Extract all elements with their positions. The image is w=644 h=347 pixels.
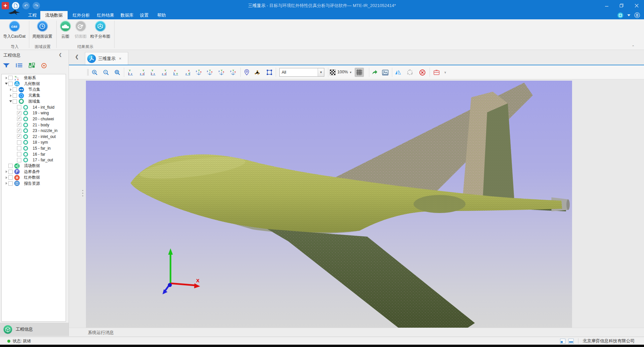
tree-checkbox[interactable] bbox=[13, 93, 17, 98]
menu-item-4[interactable]: 红外结果 bbox=[94, 11, 118, 19]
menu-item-2[interactable]: 流场数据 bbox=[40, 11, 68, 19]
tree-row[interactable]: 16 - far bbox=[2, 151, 66, 157]
checkerboard-button[interactable] bbox=[328, 68, 337, 77]
tree-checkbox[interactable] bbox=[17, 146, 21, 150]
tree-checkbox[interactable] bbox=[17, 129, 21, 133]
zoom-level-dropdown[interactable]: 100%▼ bbox=[337, 70, 352, 74]
tree-expander-icon[interactable] bbox=[4, 176, 8, 179]
tree-checkbox[interactable] bbox=[13, 87, 17, 92]
grid-toggle-button[interactable] bbox=[355, 68, 364, 77]
export-arrow-button[interactable] bbox=[370, 68, 379, 77]
tree-row[interactable]: 22 - inlet_out bbox=[2, 134, 66, 140]
window-split-2-icon[interactable] bbox=[568, 339, 574, 344]
maximize-button[interactable] bbox=[614, 0, 629, 11]
display-filter-combo[interactable]: All▼ bbox=[279, 68, 324, 77]
menu-item-7[interactable]: 帮助 bbox=[154, 11, 169, 19]
tree-expander-icon[interactable] bbox=[4, 77, 8, 79]
tree-checkbox[interactable] bbox=[13, 99, 17, 104]
view-zx-2-button[interactable]: zxY bbox=[160, 68, 169, 77]
particle-trace-button[interactable] bbox=[253, 68, 262, 77]
view-xz-button[interactable]: xzY bbox=[126, 68, 135, 77]
tree-row[interactable]: 边界条件 bbox=[2, 169, 66, 175]
tree-row[interactable]: 节点集 bbox=[2, 87, 66, 93]
view-xz-2-button[interactable]: xzY bbox=[149, 68, 158, 77]
locate-target-icon[interactable] bbox=[41, 63, 47, 69]
menu-item-3[interactable]: 红外分析 bbox=[69, 11, 93, 19]
view-iso-4-button[interactable]: zYx bbox=[228, 68, 238, 77]
screen-record-icon[interactable] bbox=[617, 12, 623, 18]
minimize-button[interactable] bbox=[599, 0, 614, 11]
dropdown-caret-icon[interactable] bbox=[627, 14, 630, 16]
clip-box-caret-icon[interactable]: ∨ bbox=[443, 68, 448, 77]
ribbon-button-5[interactable]: 粒子分布图 bbox=[85, 21, 116, 39]
ribbon-button-2[interactable]: 周期面设置 bbox=[28, 21, 57, 39]
tree-row[interactable]: Yzx坐标系 bbox=[2, 75, 66, 81]
ribbon-button-1[interactable]: cas导入Cas/Dat bbox=[0, 21, 29, 39]
zoom-out-button[interactable] bbox=[101, 68, 111, 77]
tree-checkbox[interactable] bbox=[8, 82, 13, 86]
view-iso-2-button[interactable]: zYx bbox=[205, 68, 214, 77]
view-iso-1-button[interactable]: zYx bbox=[194, 68, 203, 77]
panel-collapse-icon[interactable]: ❮ bbox=[59, 52, 62, 57]
tree-checkbox[interactable] bbox=[17, 105, 21, 109]
tree-row[interactable]: 15 - far_in bbox=[2, 145, 66, 151]
tree-expander-icon[interactable] bbox=[4, 170, 8, 173]
filter-icon[interactable] bbox=[3, 63, 10, 69]
tree-expander-icon[interactable] bbox=[9, 100, 13, 102]
tree-row[interactable]: 面域集 bbox=[2, 98, 66, 104]
tree-row[interactable]: 17 - far_out bbox=[2, 157, 66, 163]
probe-pin-button[interactable] bbox=[242, 68, 251, 77]
rect-select-button[interactable] bbox=[265, 68, 274, 77]
list-view-icon[interactable] bbox=[16, 63, 23, 69]
window-split-1-icon[interactable] bbox=[560, 339, 565, 344]
snapshot-button[interactable] bbox=[381, 68, 390, 77]
view-iso-3-button[interactable]: zYx bbox=[217, 68, 226, 77]
zoom-fit-button[interactable] bbox=[113, 68, 122, 77]
clip-box-button[interactable] bbox=[432, 68, 441, 77]
tree-checkbox[interactable] bbox=[17, 152, 21, 156]
tree-checkbox[interactable] bbox=[17, 123, 21, 127]
delete-selection-button[interactable] bbox=[418, 68, 427, 77]
tree-checkbox[interactable] bbox=[17, 117, 21, 121]
tree-row[interactable]: 19 - wing bbox=[2, 110, 66, 116]
tab-3d-display[interactable]: 三维显示 × bbox=[85, 52, 128, 65]
viewport-3d[interactable]: X bbox=[86, 81, 572, 328]
tab-close-icon[interactable]: × bbox=[119, 56, 122, 61]
tree-expander-icon[interactable] bbox=[9, 88, 13, 91]
tree-expander-icon[interactable] bbox=[9, 94, 13, 97]
view-zy-2-button[interactable]: zYx bbox=[183, 68, 192, 77]
tree-checkbox[interactable] bbox=[17, 158, 21, 162]
tree-checkbox[interactable] bbox=[8, 170, 13, 174]
tree-row[interactable]: 14 - int_fluid bbox=[2, 104, 66, 110]
tree-row[interactable]: 元素集 bbox=[2, 93, 66, 99]
tree-row[interactable]: 红外数据 bbox=[2, 175, 66, 181]
view-zy-button[interactable]: zYx bbox=[171, 68, 180, 77]
tree-row[interactable]: 18 - sym bbox=[2, 140, 66, 146]
toolbar-drag-handle[interactable] bbox=[87, 69, 89, 76]
tree-expander-icon[interactable] bbox=[4, 83, 8, 85]
tree-checkbox[interactable] bbox=[8, 181, 13, 186]
tree-row[interactable]: 21 - body bbox=[2, 122, 66, 128]
view-zx-button[interactable]: zxY bbox=[138, 68, 147, 77]
tree-checkbox[interactable] bbox=[17, 140, 21, 145]
panel-bottom-tab[interactable]: 工程信息 bbox=[0, 323, 69, 336]
tree-row[interactable]: 流场数据 bbox=[2, 163, 66, 169]
menu-item-5[interactable]: 数据库 bbox=[117, 11, 137, 19]
tree-expander-icon[interactable] bbox=[4, 182, 8, 185]
tree-checkbox[interactable] bbox=[8, 76, 13, 80]
tab-scroll-left-icon[interactable]: ❮ bbox=[75, 54, 79, 59]
ribbon-collapse-icon[interactable]: ⌃ bbox=[632, 45, 635, 49]
zoom-in-button[interactable] bbox=[90, 68, 99, 77]
tree-checkbox[interactable] bbox=[17, 111, 21, 115]
tree-row[interactable]: 几何数据 bbox=[2, 81, 66, 87]
tree-checkbox[interactable] bbox=[8, 175, 13, 180]
tree-checkbox[interactable] bbox=[17, 134, 21, 139]
tree-row[interactable]: 23 - nozzle_in bbox=[2, 128, 66, 134]
menu-item-1[interactable]: 工程 bbox=[25, 11, 40, 19]
menu-item-6[interactable]: 设置 bbox=[137, 11, 152, 19]
help-ring-icon[interactable] bbox=[634, 12, 640, 18]
tree-row[interactable]: 报告资源 bbox=[2, 181, 66, 187]
lasso-select-button[interactable] bbox=[405, 68, 415, 77]
tree-checkbox[interactable] bbox=[8, 164, 13, 168]
splitter-handle[interactable] bbox=[82, 190, 83, 196]
